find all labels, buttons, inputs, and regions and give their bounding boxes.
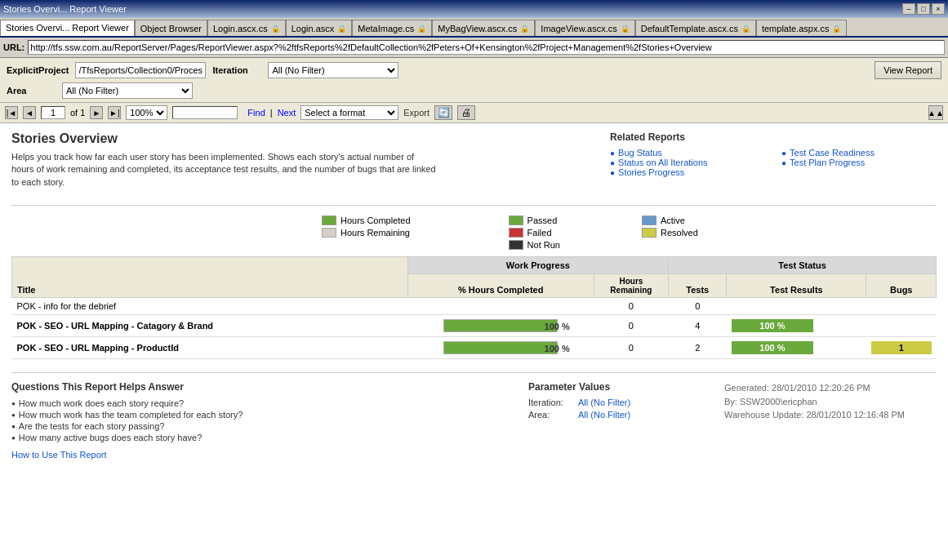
tab-mybagview[interactable]: MyBagView.ascx.cs 🔒 — [432, 20, 535, 36]
row3-tests: 2 — [669, 337, 727, 359]
view-report-button[interactable]: View Report — [875, 61, 941, 79]
data-table: Title Work Progress Test Status % Hours … — [11, 256, 937, 359]
tab-template[interactable]: template.aspx.cs 🔒 — [756, 20, 848, 36]
failed-swatch — [509, 228, 523, 238]
related-bug-status[interactable]: ● Bug Status — [610, 148, 765, 158]
find-input[interactable] — [172, 106, 238, 119]
col-pct-hours-header: % Hours Completed — [407, 274, 594, 298]
lock-icon: 🔒 — [417, 24, 426, 33]
legend-resolved: Resolved — [642, 228, 698, 238]
tab-defaulttemplate[interactable]: DefaultTemplate.ascx.cs 🔒 — [635, 20, 756, 36]
hours-completed-swatch — [322, 216, 336, 225]
find-link[interactable]: Find — [247, 108, 265, 118]
maximize-btn[interactable]: □ — [917, 3, 930, 15]
row2-bugs — [866, 315, 937, 337]
legend-not-run: Not Run — [509, 240, 560, 250]
col-tests-header: Tests — [669, 274, 727, 298]
zoom-select[interactable]: 100% — [126, 105, 167, 120]
row1-tests: 0 — [669, 298, 727, 315]
progress-label: 100 % — [501, 320, 613, 333]
list-item: How many active bugs does each story hav… — [11, 432, 512, 443]
next-link[interactable]: Next — [278, 108, 296, 118]
tab-label: DefaultTemplate.ascx.cs — [641, 24, 738, 33]
lock-icon: 🔒 — [621, 24, 630, 33]
tab-label: ImageView.ascx.cs — [541, 24, 616, 33]
area-select[interactable]: All (No Filter) — [62, 82, 193, 99]
related-test-case-readiness[interactable]: ● Test Case Readiness — [781, 148, 937, 158]
report-title: Stories Overview — [11, 131, 594, 146]
not-run-label: Not Run — [527, 240, 560, 250]
explicit-project-input[interactable] — [75, 62, 206, 78]
questions-col: Questions This Report Helps Answer How m… — [11, 381, 512, 460]
tab-login-cs[interactable]: Login.ascx.cs 🔒 — [207, 20, 286, 36]
progress-bar-wrap: 100 % — [412, 340, 589, 355]
url-label: URL: — [3, 42, 24, 52]
param-row-iteration: Iteration: All (No Filter) — [528, 398, 708, 407]
row3-pct-hours: 100 % — [407, 337, 594, 359]
related-test-plan-progress[interactable]: ● Test Plan Progress — [781, 158, 937, 167]
row3-test-results: 100 % — [727, 337, 866, 359]
param-area-value: All (No Filter) — [578, 410, 630, 420]
collapse-btn[interactable]: ▲▲ — [928, 105, 943, 120]
legend-active: Active — [642, 216, 698, 225]
row1-test-results — [727, 298, 866, 315]
related-status-iterations[interactable]: ● Status on All Iterations — [610, 158, 765, 167]
table-row: POK - SEO - URL Mapping - Catagory & Bra… — [12, 315, 937, 337]
export-link[interactable]: Export — [403, 108, 429, 118]
legend-passed: Passed — [509, 216, 560, 225]
tab-label: template.aspx.cs — [762, 24, 830, 33]
failed-label: Failed — [527, 228, 552, 238]
tab-label: Login.ascx.cs — [213, 24, 268, 33]
lock-icon: 🔒 — [741, 24, 750, 33]
related-reports-title: Related Reports — [610, 131, 937, 143]
param-iteration-value: All (No Filter) — [578, 398, 630, 407]
nav-next-page-btn[interactable]: ► — [90, 106, 103, 119]
format-select[interactable]: Select a format — [300, 105, 398, 120]
window-controls[interactable]: – □ × — [902, 3, 945, 15]
minimize-btn[interactable]: – — [902, 3, 915, 15]
test-legend-left: Passed Failed Not Run — [509, 216, 560, 250]
page-input[interactable] — [41, 106, 65, 119]
hours-completed-label: Hours Completed — [340, 216, 411, 225]
param-area-label: Area: — [528, 410, 573, 420]
col-title-header: Title — [12, 257, 408, 298]
work-legend: Hours Completed Hours Remaining — [322, 216, 411, 238]
list-item: Are the tests for each story passing? — [11, 420, 512, 432]
tab-imageview[interactable]: ImageView.ascx.cs 🔒 — [535, 20, 634, 36]
tab-label: Login.ascx — [292, 24, 335, 33]
window-title: Stories Overvi... Report Viewer — [3, 4, 127, 14]
tab-metaimage[interactable]: MetaImage.cs 🔒 — [352, 20, 432, 36]
nav-prev-btn[interactable]: ◄ — [23, 106, 36, 119]
nav-first-btn[interactable]: |◄ — [5, 106, 18, 119]
how-to-link[interactable]: How to Use This Report — [11, 450, 512, 460]
progress-bar-bg: 100 % — [443, 341, 558, 354]
tab-login-ascx[interactable]: Login.ascx 🔒 — [286, 20, 353, 36]
url-input[interactable] — [28, 40, 945, 55]
right-col: Related Reports ● Bug Status ● Status on… — [610, 131, 937, 197]
url-bar: URL: — [0, 38, 948, 58]
close-btn[interactable]: × — [932, 3, 945, 15]
title-bar: Stories Overvi... Report Viewer – □ × — [0, 0, 948, 18]
row2-test-results: 100 % — [727, 315, 866, 337]
lock-icon: 🔒 — [832, 24, 841, 33]
tab-label: MetaImage.cs — [358, 24, 414, 33]
refresh-icon-btn[interactable]: 🔄 — [434, 105, 452, 120]
lock-icon: 🔒 — [337, 24, 346, 33]
row1-pct-hours — [407, 298, 594, 315]
related-stories-progress[interactable]: ● Stories Progress — [610, 167, 765, 177]
nav-last-btn[interactable]: ►| — [108, 106, 121, 119]
tab-object-browser[interactable]: Object Browser — [135, 20, 207, 36]
active-swatch — [642, 216, 656, 225]
list-item: How much work has the team completed for… — [11, 409, 512, 420]
list-item: How much work does each story require? — [11, 398, 512, 409]
progress-bar-wrap: 100 % — [412, 318, 589, 333]
row1-hours-remaining: 0 — [594, 298, 668, 315]
legend-failed: Failed — [509, 228, 560, 238]
iteration-select[interactable]: All (No Filter) — [268, 62, 398, 78]
work-progress-header: Work Progress — [407, 257, 668, 274]
row1-title: POK - info for the debrief — [12, 298, 408, 315]
tab-stories-overview[interactable]: Stories Overvi... Report Viewer — [0, 20, 135, 36]
toolbar-row-1: ExplicitProject Iteration All (No Filter… — [7, 61, 941, 79]
print-icon-btn[interactable]: 🖨 — [457, 105, 475, 120]
meta-generated: Generated: 28/01/2010 12:20:26 PM — [724, 381, 937, 395]
